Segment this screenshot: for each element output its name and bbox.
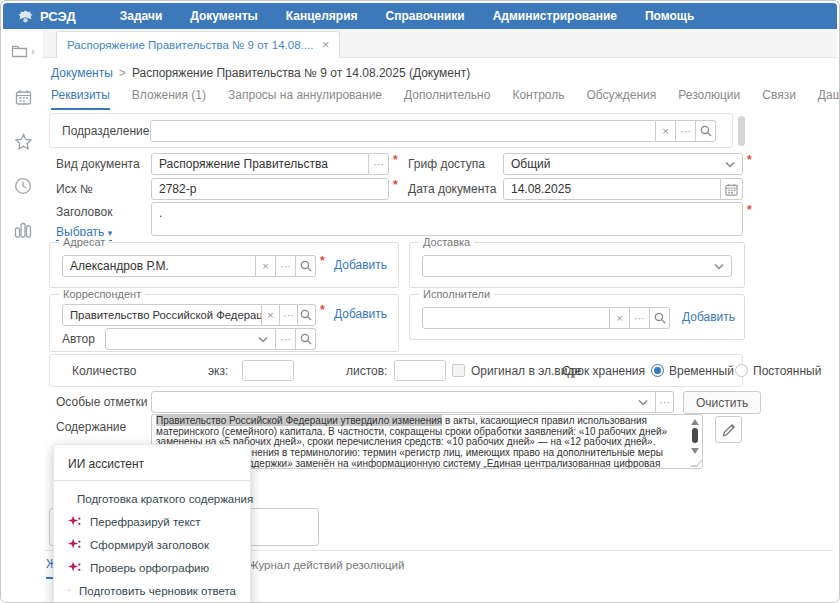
isx-no-label: Исх № <box>56 182 93 196</box>
ai-item-spellcheck[interactable]: Проверь орфографию <box>54 556 250 579</box>
ekz-input[interactable] <box>242 360 294 381</box>
search-icon[interactable] <box>296 255 316 277</box>
required-asterisk: * <box>747 203 752 217</box>
ispolniteli-fieldset: Исполнители × ··· Добавить <box>409 294 745 340</box>
document-tabstrip: Распоряжение Правительства № 9 от 14.08.… <box>43 29 837 58</box>
scroll-thumb[interactable] <box>692 428 698 443</box>
adresat-input[interactable]: Александров Р.М. <box>62 255 256 277</box>
more-icon[interactable]: ··· <box>656 391 674 413</box>
ai-item-draft-reply[interactable]: Подготовить черновик ответа <box>54 579 250 602</box>
clear-icon[interactable]: × <box>656 120 676 142</box>
clear-icon[interactable]: × <box>256 255 276 277</box>
data-dokumenta-input[interactable]: 14.08.2025 <box>503 178 721 200</box>
breadcrumb-documents-link[interactable]: Документы <box>51 66 113 80</box>
tab-dopolnitelno[interactable]: Дополнительно <box>404 88 490 108</box>
ai-item-summary[interactable]: Подготовка краткого содержания <box>54 487 250 510</box>
postoyannyj-radio[interactable] <box>735 364 748 377</box>
more-icon[interactable]: ··· <box>369 153 389 175</box>
ai-menu-title: ИИ ассистент <box>54 445 250 480</box>
adresat-add-link[interactable]: Добавить <box>334 258 387 272</box>
tab-vlozheniya[interactable]: Вложения (1) <box>132 88 206 108</box>
tab-kontrol[interactable]: Контроль <box>512 88 564 108</box>
document-tab[interactable]: Распоряжение Правительства № 9 от 14.08.… <box>56 31 340 58</box>
more-icon[interactable]: ··· <box>280 304 298 326</box>
more-icon[interactable]: ··· <box>676 120 696 142</box>
tab-obsuzhdeniya[interactable]: Обсуждения <box>587 88 657 108</box>
data-dokumenta-label: Дата документа <box>408 182 496 196</box>
dostavka-select[interactable] <box>422 255 732 277</box>
scroll-up-icon[interactable] <box>691 419 699 425</box>
ai-item-rephrase[interactable]: Перефразируй текст <box>54 510 250 533</box>
menu-help[interactable]: Помощь <box>645 9 694 23</box>
chart-icon[interactable] <box>3 217 43 243</box>
form-scrollbar-thumb[interactable] <box>738 116 745 146</box>
search-icon[interactable] <box>298 304 316 326</box>
vid-dokumenta-input[interactable]: Распоряжение Правительства <box>151 153 369 175</box>
calendar-picker-icon[interactable] <box>721 178 743 200</box>
tab-rekvizity[interactable]: Реквизиты <box>51 88 110 110</box>
search-icon[interactable] <box>296 328 316 350</box>
brand-label: РСЭД <box>40 9 76 24</box>
ispolniteli-input[interactable] <box>422 307 610 329</box>
star-icon[interactable] <box>3 129 43 155</box>
more-icon[interactable]: ··· <box>276 328 296 350</box>
chevron-down-icon <box>714 263 724 270</box>
pencil-icon <box>722 423 736 437</box>
adresat-group: Александров Р.М. × ··· <box>62 255 316 277</box>
kolichestvo-label: Количество <box>72 364 136 378</box>
tab-zaprosy[interactable]: Запросы на аннулирование <box>228 88 382 108</box>
podrazdelenie-label: Подразделение <box>62 124 149 138</box>
sparkle-icon <box>68 561 81 574</box>
more-icon[interactable]: ··· <box>630 307 650 329</box>
osobye-otmetki-select[interactable] <box>151 391 656 413</box>
calendar-icon[interactable] <box>3 84 43 110</box>
adresat-fieldset: Адресат Александров Р.М. × ··· * Добавит… <box>49 242 399 288</box>
app-brand[interactable]: РСЭД <box>17 9 76 24</box>
vid-dokumenta-group: Распоряжение Правительства ··· <box>151 153 389 175</box>
folder-icon[interactable]: › <box>3 38 43 64</box>
menu-office[interactable]: Канцелярия <box>286 9 358 23</box>
korrespondent-add-link[interactable]: Добавить <box>334 307 387 321</box>
vremennyj-radio[interactable] <box>651 364 664 377</box>
ispolniteli-add-link[interactable]: Добавить <box>682 310 735 324</box>
menu-directories[interactable]: Справочники <box>386 9 465 23</box>
search-icon[interactable] <box>696 120 716 142</box>
grif-dostupa-select[interactable]: Общий <box>503 153 743 175</box>
ai-item-label: Подготовка краткого содержания <box>77 493 253 505</box>
adresat-legend: Адресат <box>59 236 109 248</box>
menu-tasks[interactable]: Задачи <box>120 9 163 23</box>
clear-icon[interactable]: × <box>262 304 280 326</box>
avtor-select[interactable] <box>105 328 276 350</box>
search-icon[interactable] <box>650 307 670 329</box>
zagolovok-label: Заголовок <box>56 205 112 219</box>
scroll-down-icon[interactable] <box>691 448 699 454</box>
ai-item-headline[interactable]: Сформируй заголовок <box>54 533 250 556</box>
more-icon[interactable]: ··· <box>276 255 296 277</box>
chevron-down-icon <box>258 336 268 343</box>
original-checkbox[interactable] <box>452 364 465 377</box>
isx-no-input[interactable]: 2782-р <box>151 178 389 200</box>
tab-svyazi[interactable]: Связи <box>762 88 796 108</box>
listov-input[interactable] <box>394 360 446 381</box>
document-tab-title: Распоряжение Правительства № 9 от 14.08.… <box>67 39 313 51</box>
close-icon[interactable]: × <box>322 38 329 52</box>
folder-expand-icon: › <box>31 46 34 57</box>
selected-text: Правительство Российской Федерации утвер… <box>156 415 442 426</box>
ekz-label: экз: <box>208 364 228 378</box>
eagle-logo-icon <box>17 9 34 24</box>
tab-dashbord[interactable]: Дашборд <box>818 88 840 108</box>
tab-rezolyucii[interactable]: Резолюции <box>678 88 740 108</box>
zagolovok-textarea[interactable]: . <box>151 202 743 236</box>
clear-button[interactable]: Очистить <box>683 391 761 414</box>
tab-journal-resolutions[interactable]: Журнал действий резолюций <box>248 559 404 571</box>
menu-documents[interactable]: Документы <box>190 9 257 23</box>
vremennyj-label: Временный <box>669 364 734 378</box>
edit-button[interactable] <box>715 416 742 443</box>
ai-item-label: Сформируй заголовок <box>90 539 209 551</box>
podrazdelenie-input[interactable] <box>150 120 656 142</box>
top-navbar: РСЭД Задачи Документы Канцелярия Справоч… <box>3 3 837 29</box>
clear-icon[interactable]: × <box>610 307 630 329</box>
korrespondent-input[interactable]: Правительство Российской Федерации <box>62 304 262 326</box>
clock-icon[interactable] <box>3 173 43 199</box>
menu-administration[interactable]: Администрирование <box>493 9 617 23</box>
